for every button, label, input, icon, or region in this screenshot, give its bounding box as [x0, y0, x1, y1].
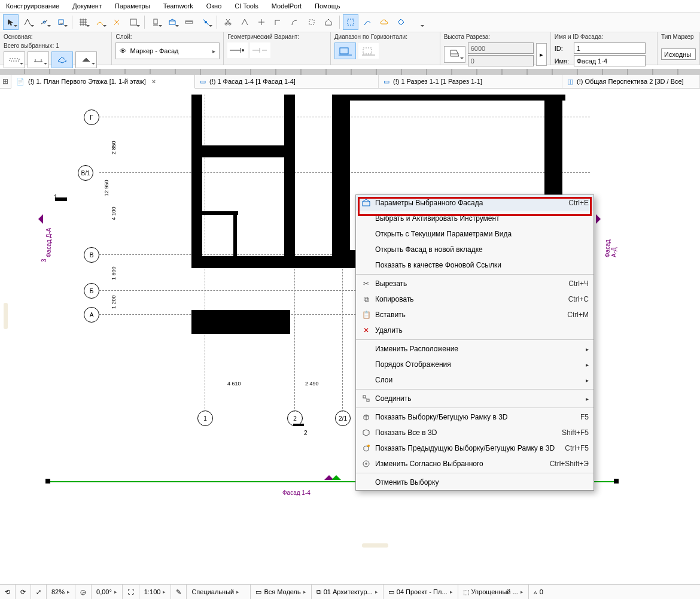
svg-rect-10 — [309, 20, 314, 25]
svg-rect-5 — [169, 21, 175, 25]
menu-item[interactable]: Окно — [204, 1, 224, 11]
ctx-open-new-tab[interactable]: Открыть Фасад в новой вкладке — [356, 242, 594, 257]
ctx-label: Открыть с Текущими Параметрами Вида — [375, 230, 512, 238]
ctx-modify-selected[interactable]: Изменить Согласно ВыбранногоCtrl+Shift+Э — [356, 456, 594, 472]
ctx-delete[interactable]: ✕Удалить — [356, 323, 594, 338]
tab-label: (!) Общая Перспектива 2 [3D / Все] — [577, 78, 684, 85]
home-tool-icon[interactable] — [321, 14, 336, 30]
tool-icon[interactable] — [109, 14, 124, 30]
elevation-direction-icon — [331, 470, 341, 480]
menu-item[interactable]: ModelPort — [269, 1, 304, 11]
tab-3d[interactable]: ◫ (!) Общая Перспектива 2 [3D / Все] — [562, 75, 700, 88]
menu-item[interactable]: CI Tools — [232, 1, 261, 11]
connect-icon — [361, 393, 372, 404]
model-dropdown[interactable]: ▭ Вся Модель ▸ — [251, 585, 311, 599]
simplified-dropdown[interactable]: ⬚ Упрощенный ... ▸ — [458, 585, 529, 599]
menu-item[interactable]: Teamwork — [161, 1, 196, 11]
ctx-select-activate[interactable]: Выбрать и Активировать Инструмент — [356, 211, 594, 226]
handle[interactable] — [362, 543, 388, 548]
tool-icon[interactable] — [92, 14, 108, 30]
mode-button[interactable] — [51, 51, 73, 68]
tab-elevation[interactable]: ▭ (!) 1 Фасад 1-4 [1 Фасад 1-4] — [195, 75, 379, 88]
menu-item[interactable]: Помощь — [312, 1, 343, 11]
tool-icon[interactable] — [360, 14, 375, 30]
layers-dropdown[interactable]: ⧉ 01 Архитектур... ▸ — [312, 585, 384, 599]
ctx-selected-elevation-params[interactable]: Параметры Выбранного Фасада Ctrl+E — [356, 195, 594, 211]
tool-icon[interactable] — [254, 14, 269, 30]
ctx-layers-submenu[interactable]: Слои▸ — [356, 372, 594, 388]
tool-icon[interactable] — [148, 14, 163, 30]
hrange-option[interactable] — [358, 43, 379, 59]
nav-back-button[interactable]: ⟲ — [0, 585, 16, 599]
cloud-tool-icon[interactable] — [376, 14, 392, 30]
tool-icon[interactable]: xy — [53, 14, 69, 30]
tool-icon[interactable] — [304, 14, 319, 30]
ctx-connect-submenu[interactable]: Соединить▸ — [356, 391, 594, 406]
cut-expand-button[interactable]: ▸ — [536, 43, 547, 66]
endpoint-handle[interactable] — [45, 479, 50, 484]
zoom-fit-button[interactable]: ⤢ — [31, 585, 47, 599]
tab-grid-button[interactable]: ⊞ — [0, 77, 11, 86]
cut-tool-icon[interactable] — [220, 14, 236, 30]
tool-icon[interactable] — [20, 14, 35, 30]
endpoint-handle[interactable] — [614, 479, 619, 484]
mode-button[interactable] — [28, 51, 49, 68]
tool-icon[interactable] — [237, 14, 252, 30]
ctx-show-prev-3d[interactable]: Показать Предыдущую Выборку/Бегущую Рамк… — [356, 440, 594, 456]
id-field[interactable]: 1 — [574, 42, 646, 54]
ctx-show-all-3d[interactable]: Показать Все в 3DShift+F5 — [356, 425, 594, 440]
project-dropdown[interactable]: ▭ 04 Проект - Пл... ▸ — [384, 585, 458, 599]
ruler-tool-icon[interactable] — [181, 14, 197, 30]
ctx-open-current-view[interactable]: Открыть с Текущими Параметрами Вида — [356, 226, 594, 242]
tool-dropdown-icon[interactable] — [410, 14, 425, 30]
ctx-cut[interactable]: ✂ВырезатьCtrl+Ч — [356, 276, 594, 291]
selection-count[interactable]: ▵ 0 — [529, 585, 548, 599]
tool-icon[interactable] — [198, 14, 214, 30]
drawing-canvas[interactable]: Г В/1 В Б А 1 2 2/1 2 850 12 950 4 100 — [0, 89, 700, 549]
nav-fwd-button[interactable]: ⟳ — [16, 585, 31, 599]
scale-button[interactable]: ⛶ — [123, 585, 139, 599]
special-dropdown[interactable]: Специальный ▸ — [187, 585, 251, 599]
close-icon[interactable]: × — [152, 78, 156, 85]
tool-icon[interactable] — [36, 14, 52, 30]
tool-icon[interactable] — [165, 14, 180, 30]
ctx-copy[interactable]: ⧉КопироватьCtrl+C — [356, 291, 594, 307]
cursor-tool-icon[interactable] — [3, 14, 19, 30]
zoom-value[interactable]: 82% ▸ — [47, 585, 75, 599]
cut-icon[interactable] — [444, 46, 465, 63]
ctx-show-selection-3d[interactable]: Показать Выборку/Бегущую Рамку в 3DF5 — [356, 409, 594, 425]
tool-icon[interactable] — [287, 14, 303, 30]
menu-item[interactable]: Конструирование — [4, 1, 62, 11]
ctx-show-trace[interactable]: Показать в качестве Фоновой Ссылки — [356, 257, 594, 273]
axis-bubble: 1 — [197, 411, 213, 426]
tool-icon[interactable] — [393, 14, 409, 30]
geom-option-icon[interactable] — [250, 42, 270, 58]
tab-section[interactable]: ▭ (!) 1 Разрез 1-1 [1 Разрез 1-1] — [379, 75, 562, 88]
ctx-display-order-submenu[interactable]: Порядок Отображения▸ — [356, 357, 594, 372]
ctx-deselect[interactable]: Отменить Выборку — [356, 475, 594, 490]
menu-item[interactable]: Документ — [70, 1, 104, 11]
angle-value[interactable]: 0,00° ▸ — [92, 585, 123, 599]
grid-tool-icon[interactable] — [75, 14, 91, 30]
mode-button[interactable] — [4, 51, 25, 68]
geom-option-icon[interactable] — [227, 42, 248, 58]
name-field[interactable]: Фасад 1-4 — [574, 55, 646, 66]
tab-floorplan[interactable]: 📄 (!) 1. План Первого Этажа [1. 1-й этаж… — [11, 74, 195, 89]
ctx-paste[interactable]: 📋ВставитьCtrl+M — [356, 307, 594, 323]
tool-icon[interactable] — [270, 14, 286, 30]
angle-button[interactable]: ◶ — [75, 585, 92, 599]
scale-value[interactable]: 1:100 ▸ — [139, 585, 172, 599]
tool-icon[interactable] — [126, 14, 141, 30]
handle[interactable] — [4, 303, 8, 329]
layer-selector[interactable]: 👁 Маркер - Фасад ▸ — [115, 42, 220, 59]
hrange-option[interactable] — [334, 42, 356, 59]
cut-icon: ✂ — [361, 278, 372, 289]
tool-icon[interactable] — [343, 14, 358, 30]
mode-button[interactable] — [75, 51, 97, 68]
svg-rect-12 — [10, 59, 19, 61]
svg-rect-18 — [367, 399, 369, 402]
ctx-move-submenu[interactable]: Изменить Расположение▸ — [356, 341, 594, 357]
marker-type-field[interactable]: Исходны — [661, 48, 696, 60]
pen-button[interactable]: ✎ — [171, 585, 187, 599]
menu-item[interactable]: Параметры — [112, 1, 153, 11]
